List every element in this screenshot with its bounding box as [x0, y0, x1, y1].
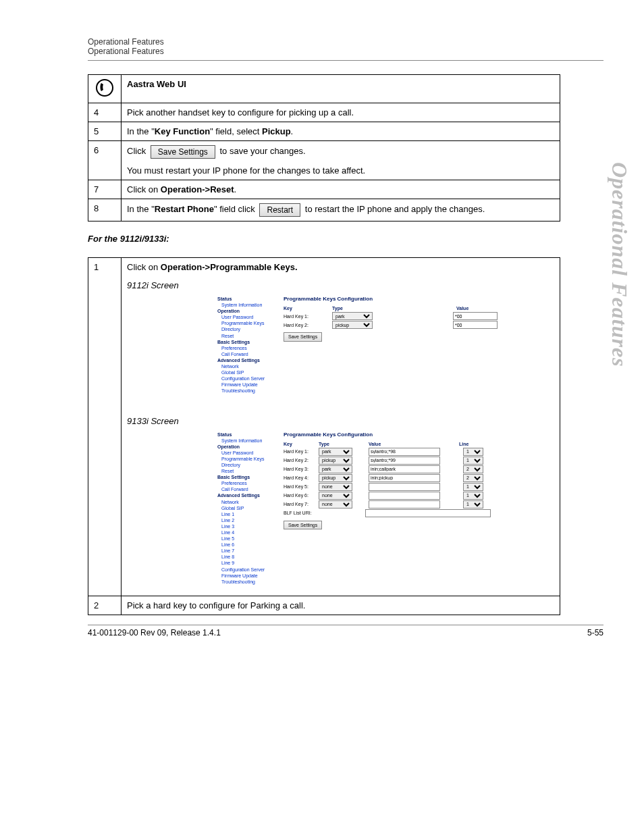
hk9133-5-line-select[interactable]: 1	[463, 483, 483, 491]
col-type: Type	[332, 305, 373, 311]
screenshot-9133i: Status System Information Operation User…	[215, 430, 532, 586]
nav-fwupd[interactable]: Firmware Update	[217, 382, 278, 388]
hk9133-7-value-input[interactable]	[369, 500, 440, 509]
hk9133-3-line-select[interactable]: 2	[463, 465, 483, 473]
nav2-advanced: Advanced Settings	[217, 492, 278, 498]
mini-save-button-9133[interactable]: Save Settings	[284, 521, 322, 529]
nav2-line2[interactable]: Line 2	[217, 517, 278, 523]
nav-directory[interactable]: Directory	[217, 326, 278, 332]
nav2-line7[interactable]: Line 7	[217, 548, 278, 554]
hk2-type-select[interactable]: pickup	[332, 321, 373, 329]
nav-network[interactable]: Network	[217, 363, 278, 369]
mini-nav-9112: Status System Information Operation User…	[215, 294, 281, 396]
nav2-progkeys[interactable]: Programmable Keys	[217, 456, 278, 462]
step5-tail: .	[291, 126, 294, 136]
hk2-label: Hard Key 2:	[284, 322, 316, 328]
nav-progkeys[interactable]: Programmable Keys	[217, 320, 278, 326]
hk9133-4-value-input[interactable]	[369, 474, 440, 482]
hk9133-6-line-select[interactable]: 1	[463, 492, 483, 500]
hardkey9133-row-5: Hard Key 5:none1	[284, 483, 529, 491]
nav-globalsip[interactable]: Global SIP	[217, 369, 278, 375]
nav2-cfgsrv[interactable]: Configuration Server	[217, 567, 278, 573]
nav2-sysinfo[interactable]: System Information	[217, 438, 278, 444]
hk9133-7-line-select[interactable]: 1	[463, 500, 483, 509]
hk1-label: Hard Key 1:	[284, 313, 316, 319]
hardkey9133-row-1: Hard Key 1:park1	[284, 448, 529, 456]
hk9133-1-type-select[interactable]: park	[319, 448, 352, 456]
step5-pre: In the "	[127, 126, 155, 136]
step7-tail: .	[234, 184, 237, 194]
nav2-fwupd[interactable]: Firmware Update	[217, 573, 278, 579]
hk1-type-select[interactable]: park	[332, 312, 373, 320]
hk9133-3-type-select[interactable]: park	[319, 465, 352, 473]
nav-callfwd[interactable]: Call Forward	[217, 351, 278, 357]
header-line-2: Operational Features	[88, 47, 603, 56]
hk9133-1-line-select[interactable]: 1	[463, 448, 483, 456]
hardkey-row-2: Hard Key 2: pickup	[284, 321, 529, 329]
nav2-status: Status	[217, 432, 278, 438]
step2-1-cell: Click on Operation->Programmable Keys. 9…	[122, 258, 560, 596]
hk9133-2-line-select[interactable]: 1	[463, 457, 483, 465]
step6-post: to save your changes.	[219, 146, 305, 156]
hardkey9133-row-2: Hard Key 2:pickup1	[284, 457, 529, 465]
hk2-value-input[interactable]	[453, 321, 498, 329]
procedure-table-2: 1 Click on Operation->Programmable Keys.…	[88, 257, 560, 615]
hk9133-6-value-input[interactable]	[369, 492, 440, 500]
hk9133-7-type-select[interactable]: none	[319, 500, 352, 509]
step-5-text: In the "Key Function" field, select Pick…	[122, 122, 560, 141]
restart-button[interactable]: Restart	[259, 203, 300, 217]
nav-tshoot[interactable]: Troubleshooting	[217, 388, 278, 394]
hk9133-4-label: Hard Key 4:	[284, 475, 316, 481]
nav2-line4[interactable]: Line 4	[217, 529, 278, 536]
step5-post: " field, select	[210, 126, 262, 136]
nav2-userpw[interactable]: User Password	[217, 450, 278, 456]
hk9133-1-value-input[interactable]	[369, 448, 440, 456]
blf-input[interactable]	[365, 509, 491, 517]
nav2-line3[interactable]: Line 3	[217, 523, 278, 529]
nav-reset[interactable]: Reset	[217, 333, 278, 339]
step7-pre: Click on	[127, 184, 161, 194]
step2-num-1: 1	[88, 258, 122, 596]
nav2-globalsip[interactable]: Global SIP	[217, 505, 278, 511]
nav2-directory[interactable]: Directory	[217, 462, 278, 468]
nav2-line6[interactable]: Line 6	[217, 542, 278, 548]
hardkey9133-row-3: Hard Key 3:park2	[284, 465, 529, 473]
nav2-line9[interactable]: Line 9	[217, 560, 278, 566]
hk9133-3-label: Hard Key 3:	[284, 466, 316, 472]
nav-userpw[interactable]: User Password	[217, 314, 278, 320]
hk9133-4-type-select[interactable]: pickup	[319, 474, 352, 482]
handset-icon	[96, 79, 113, 97]
nav-cfgsrv[interactable]: Configuration Server	[217, 375, 278, 382]
nav-sysinfo[interactable]: System Information	[217, 302, 278, 308]
mini-save-button-9112[interactable]: Save Settings	[284, 332, 322, 341]
nav2-callfwd[interactable]: Call Forward	[217, 486, 278, 492]
hk9133-3-value-input[interactable]	[369, 465, 440, 473]
nav-operation: Operation	[217, 308, 278, 314]
nav2-line5[interactable]: Line 5	[217, 536, 278, 542]
col2-line: Line	[459, 441, 468, 447]
footer-right: 5-55	[587, 628, 603, 637]
hk9133-5-value-input[interactable]	[369, 483, 440, 491]
hk9133-5-label: Hard Key 5:	[284, 484, 316, 490]
nav2-tshoot[interactable]: Troubleshooting	[217, 579, 278, 585]
nav-prefs[interactable]: Preferences	[217, 345, 278, 351]
mini-title-9112: Programmable Keys Configuration	[284, 296, 529, 303]
nav-advanced: Advanced Settings	[217, 357, 278, 363]
nav2-prefs[interactable]: Preferences	[217, 480, 278, 486]
hk9133-2-type-select[interactable]: pickup	[319, 457, 352, 465]
hk9133-5-type-select[interactable]: none	[319, 483, 352, 491]
step5-bold: Key Function	[155, 126, 210, 136]
hk9133-6-type-select[interactable]: none	[319, 492, 352, 500]
nav2-reset[interactable]: Reset	[217, 468, 278, 474]
nav2-line8[interactable]: Line 8	[217, 554, 278, 560]
step8-post: to restart the IP phone and apply the ch…	[305, 204, 485, 214]
blf-label: BLF List URI:	[284, 510, 319, 516]
nav2-network[interactable]: Network	[217, 499, 278, 505]
col2-key: Key	[284, 441, 316, 447]
nav2-line1[interactable]: Line 1	[217, 511, 278, 517]
hk9133-2-value-input[interactable]	[369, 457, 440, 465]
col2-value: Value	[369, 441, 436, 447]
hk9133-4-line-select[interactable]: 2	[463, 474, 483, 482]
save-settings-button[interactable]: Save Settings	[151, 145, 215, 159]
hk1-value-input[interactable]	[453, 312, 498, 320]
